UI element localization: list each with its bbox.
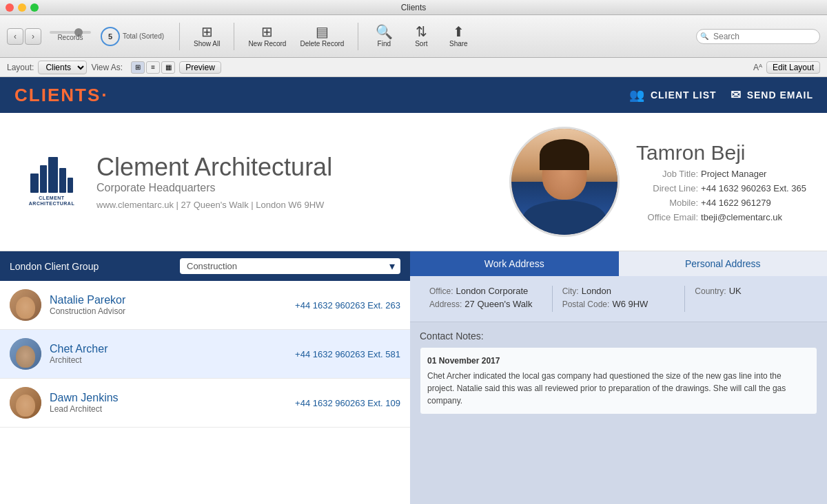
- address-row: Address: 27 Queen's Walk: [429, 299, 542, 309]
- tab-personal-address[interactable]: Personal Address: [619, 251, 828, 276]
- new-record-button[interactable]: ⊞ New Record: [243, 22, 292, 50]
- logo-building-3: [48, 157, 58, 193]
- client-list-button[interactable]: 👥 CLIENT LIST: [629, 87, 717, 103]
- show-all-button[interactable]: ⊞ Show All: [188, 22, 225, 50]
- contact-name: Chet Archer: [50, 343, 287, 355]
- share-icon: ⬆: [453, 25, 464, 39]
- view-icons: ⊞ ≡ ▦: [131, 61, 175, 74]
- delete-record-icon: ▤: [316, 25, 329, 39]
- person-section: Tamron Beji Job Title: Project Manager D…: [509, 127, 806, 237]
- list-item[interactable]: Natalie Parekor Construction Advisor +44…: [0, 281, 410, 330]
- close-button[interactable]: [6, 3, 14, 12]
- layout-bar: Layout: Clients View As: ⊞ ≡ ▦ Preview A…: [0, 58, 827, 77]
- contact-title: Architect: [50, 355, 287, 365]
- job-title-detail: Job Title: Project Manager: [636, 169, 806, 179]
- header-actions: 👥 CLIENT LIST ✉ SEND EMAIL: [629, 87, 813, 103]
- edit-layout-button[interactable]: Edit Layout: [766, 61, 820, 74]
- font-size-indicator: Aᴬ: [753, 63, 762, 72]
- logo-text: CLEMENTARCHITECTURAL: [29, 196, 74, 206]
- contact-title: Construction Advisor: [50, 306, 287, 316]
- share-button[interactable]: ⬆ Share: [441, 22, 476, 50]
- records-label: Records: [57, 34, 83, 41]
- share-label: Share: [449, 40, 468, 48]
- contact-details: Dawn Jenkins Lead Architect: [50, 392, 287, 414]
- total-count: 5: [101, 27, 120, 46]
- company-subtitle: Corporate Headquarters: [96, 182, 496, 194]
- view-as-label: View As:: [91, 63, 123, 72]
- notes-box: 01 November 2017 Chet Archer indicated t…: [420, 347, 817, 414]
- tab-work-address[interactable]: Work Address: [410, 251, 619, 276]
- preview-button[interactable]: Preview: [179, 61, 221, 74]
- separator-1: [179, 23, 180, 50]
- search-input[interactable]: [696, 29, 820, 44]
- group-header: London Client Group Construction ▾: [0, 251, 410, 281]
- contact-list: Natalie Parekor Construction Advisor +44…: [0, 281, 410, 504]
- view-icon-grid[interactable]: ⊞: [131, 61, 145, 74]
- address-col-city: City: London Postal Code: W6 9HW: [553, 286, 686, 312]
- new-record-icon: ⊞: [261, 25, 273, 39]
- view-icon-list[interactable]: ≡: [146, 61, 160, 74]
- clients-title: CLIENTS·: [14, 85, 108, 106]
- layout-select[interactable]: Clients: [38, 61, 87, 74]
- client-list-icon: 👥: [629, 87, 645, 103]
- layout-label: Layout:: [7, 63, 34, 72]
- find-button[interactable]: 🔍 Find: [367, 22, 401, 50]
- contact-phone: +44 1632 960263 Ext. 109: [295, 398, 400, 408]
- list-item[interactable]: Chet Archer Architect +44 1632 960263 Ex…: [0, 330, 410, 379]
- company-name: Clement Architectural: [96, 154, 496, 181]
- toolbar-right: [696, 29, 820, 44]
- new-record-label: New Record: [248, 40, 286, 48]
- send-email-button[interactable]: ✉ SEND EMAIL: [731, 87, 813, 103]
- notes-label: Contact Notes:: [420, 330, 817, 342]
- maximize-button[interactable]: [30, 3, 39, 12]
- delete-record-button[interactable]: ▤ Delete Record: [294, 22, 349, 50]
- contact-name: Natalie Parekor: [50, 294, 287, 306]
- logo-building-5: [68, 178, 73, 193]
- sort-button[interactable]: ⇅ Sort: [404, 22, 438, 50]
- address-content: Office: London Corporate Address: 27 Que…: [410, 276, 827, 322]
- window-controls[interactable]: [6, 3, 39, 12]
- sort-icon: ⇅: [416, 25, 427, 39]
- email-detail: Office Email: tbeji@clementarc.uk: [636, 212, 806, 222]
- group-label: London Client Group: [10, 261, 99, 272]
- separator-3: [358, 23, 358, 50]
- sort-label: Sort: [415, 40, 427, 48]
- search-wrap[interactable]: [696, 29, 820, 44]
- company-logo: CLEMENTARCHITECTURAL: [21, 151, 83, 213]
- logo-buildings: [30, 157, 73, 193]
- minimize-button[interactable]: [18, 3, 26, 12]
- postal-row: Postal Code: W6 9HW: [562, 299, 675, 309]
- find-label: Find: [378, 40, 391, 48]
- bottom-section: London Client Group Construction ▾ Natal…: [0, 251, 827, 504]
- logo-building-4: [59, 168, 66, 193]
- contact-title: Lead Architect: [50, 404, 287, 414]
- contact-name: Dawn Jenkins: [50, 392, 287, 404]
- person-info: Tamron Beji Job Title: Project Manager D…: [636, 141, 806, 222]
- avatar: [10, 338, 41, 370]
- nav-back-button[interactable]: ‹: [7, 28, 23, 45]
- toolbar: ‹ › Records 5 Total (Sorted) ⊞ Show All …: [0, 15, 827, 58]
- office-row: Office: London Corporate: [429, 286, 542, 296]
- contact-phone: +44 1632 960263 Ext. 581: [295, 349, 400, 359]
- direct-line-detail: Direct Line: +44 1632 960263 Ext. 365: [636, 183, 806, 193]
- window-title: Clients: [401, 3, 427, 12]
- address-col-country: Country: UK: [685, 286, 817, 312]
- person-photo: [509, 127, 620, 237]
- nav-forward-button[interactable]: ›: [25, 28, 41, 45]
- nav-buttons[interactable]: ‹ ›: [7, 28, 41, 45]
- layout-right: Aᴬ Edit Layout: [753, 61, 820, 74]
- logo-building-1: [30, 174, 39, 193]
- company-section: CLEMENTARCHITECTURAL Clement Architectur…: [0, 113, 827, 251]
- notes-section: Contact Notes: 01 November 2017 Chet Arc…: [410, 322, 827, 504]
- dropdown-arrow-icon: ▾: [389, 260, 395, 273]
- show-all-icon: ⊞: [201, 25, 213, 39]
- list-item[interactable]: Dawn Jenkins Lead Architect +44 1632 960…: [0, 379, 410, 428]
- view-icon-table[interactable]: ▦: [161, 61, 175, 74]
- left-panel: London Client Group Construction ▾ Natal…: [0, 251, 410, 504]
- record-indicator: Records: [50, 31, 91, 41]
- show-all-label: Show All: [194, 40, 220, 48]
- mobile-detail: Mobile: +44 1622 961279: [636, 198, 806, 208]
- address-col-office: Office: London Corporate Address: 27 Que…: [420, 286, 553, 312]
- total-indicator: 5 Total (Sorted): [101, 27, 164, 46]
- group-dropdown[interactable]: Construction ▾: [180, 258, 400, 274]
